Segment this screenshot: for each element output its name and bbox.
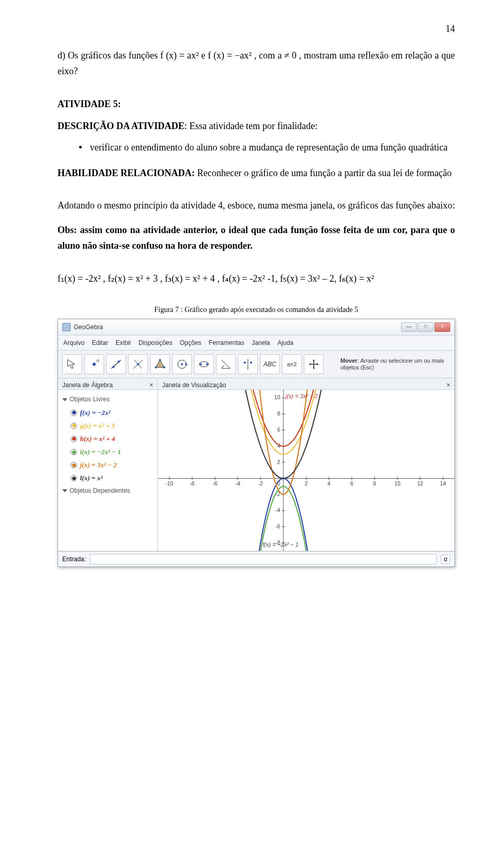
tool-angle[interactable] — [216, 354, 236, 374]
close-button[interactable]: × — [435, 322, 450, 332]
desc-rest: : Essa atividade tem por finalidade: — [185, 121, 317, 131]
plot-hover-label: f(x) = −2x² − 1 — [263, 540, 299, 550]
svg-text:6: 6 — [350, 481, 353, 487]
tool-move[interactable] — [62, 354, 82, 374]
tool-ellipse[interactable] — [194, 354, 214, 374]
menu-ferramentas[interactable]: Ferramentas — [209, 338, 244, 348]
entrada-input[interactable] — [90, 554, 437, 564]
algebra-object[interactable]: i(x) = −2x² − 1 — [62, 446, 154, 458]
algebra-object[interactable]: f(x) = −2x² — [62, 407, 154, 419]
graphics-pane-title: Janela de Visualização × — [158, 378, 454, 390]
menu-disposicoes[interactable]: Disposições — [139, 338, 173, 348]
svg-point-9 — [159, 359, 161, 361]
algebra-object[interactable]: j(x) = 3x² − 2 — [62, 459, 154, 471]
pane-close-icon[interactable]: × — [447, 380, 450, 390]
input-help-icon[interactable]: α — [441, 554, 450, 564]
svg-text:12: 12 — [417, 481, 424, 487]
tool-circle[interactable] — [172, 354, 192, 374]
menu-exibir[interactable]: Exibir — [116, 338, 131, 348]
menubar: Arquivo Editar Exibir Disposições Opções… — [58, 335, 454, 351]
habil-label: HABILIDADE RELACIONADA: — [58, 168, 195, 178]
desc-label: DESCRIÇÃO DA ATIVIDADE — [58, 121, 185, 131]
svg-text:-6: -6 — [276, 524, 280, 529]
obj-dep-section[interactable]: Objetos Dependentes — [62, 485, 154, 496]
algebra-pane-title: Janela de Álgebra × — [58, 378, 157, 390]
minimize-button[interactable]: — — [401, 322, 417, 332]
bullet-text: verificar o entendimento do aluno sobre … — [90, 140, 448, 156]
svg-text:-4: -4 — [276, 507, 280, 513]
svg-point-11 — [163, 366, 165, 368]
menu-janela[interactable]: Janela — [252, 338, 270, 348]
svg-point-16 — [200, 363, 202, 365]
svg-text:2: 2 — [277, 459, 280, 465]
svg-text:A: A — [96, 358, 99, 363]
algebra-object[interactable]: h(x) = x² + 4 — [62, 433, 154, 445]
tool-point[interactable]: A — [84, 354, 104, 374]
algebra-pane: Janela de Álgebra × Objetos Livres f(x) … — [58, 378, 158, 551]
svg-text:2: 2 — [305, 481, 308, 487]
svg-point-7 — [137, 363, 139, 365]
svg-point-17 — [206, 363, 208, 365]
obj-livres-section[interactable]: Objetos Livres — [62, 394, 154, 404]
tool-help-title: Mover — [340, 357, 357, 364]
maximize-button[interactable]: □ — [418, 322, 433, 332]
abc-label: ABC — [264, 359, 277, 369]
geogebra-window: GeoGebra — □ × Arquivo Editar Exibir Dis… — [58, 319, 455, 567]
bullet-icon: • — [78, 142, 83, 153]
algebra-object[interactable]: g(x) = x² + 3 — [62, 420, 154, 432]
svg-text:-6: -6 — [213, 481, 218, 487]
app-icon — [62, 323, 71, 331]
titlebar: GeoGebra — □ × — [58, 319, 454, 335]
adotando-text: Adotando o mesmo princípio da atividade … — [58, 198, 455, 214]
svg-text:6: 6 — [277, 427, 280, 433]
svg-text:-10: -10 — [165, 481, 173, 487]
page-number: 14 — [58, 21, 455, 37]
window-title: GeoGebra — [74, 322, 103, 332]
tool-text[interactable]: ABC — [260, 354, 280, 374]
svg-text:-4: -4 — [235, 481, 240, 487]
svg-text:8: 8 — [277, 411, 280, 417]
svg-text:8: 8 — [373, 481, 376, 487]
svg-point-0 — [93, 363, 96, 366]
figure-caption: Figura 7 : Gráfico gerado após executado… — [58, 304, 455, 316]
svg-point-4 — [118, 361, 120, 363]
plot-hover-label: j(x) = 3x² − 2 — [286, 391, 318, 401]
graphics-pane: Janela de Visualização × -10-8-6-4-22468… — [158, 378, 454, 551]
tool-reflect[interactable] — [238, 354, 258, 374]
activity-heading: ATIVIDADE 5: — [58, 96, 455, 112]
tool-movevista[interactable] — [304, 354, 324, 374]
plot-svg: -10-8-6-4-22468101214-8-6-4-22468100 — [158, 390, 454, 551]
tool-slider[interactable]: a=2 — [282, 354, 302, 374]
menu-ajuda[interactable]: Ajuda — [278, 338, 294, 348]
menu-editar[interactable]: Editar — [92, 338, 108, 348]
menu-arquivo[interactable]: Arquivo — [63, 338, 85, 348]
disclosure-icon — [62, 489, 67, 492]
svg-text:-8: -8 — [190, 481, 195, 487]
entrada-label: Entrada: — [62, 554, 86, 564]
svg-text:-2: -2 — [258, 481, 263, 487]
tool-perp[interactable] — [128, 354, 148, 374]
obs-text: Obs: assim como na atividade anterior, o… — [58, 222, 455, 254]
svg-marker-8 — [156, 360, 164, 367]
pane-close-icon[interactable]: × — [150, 380, 153, 390]
svg-text:4: 4 — [327, 481, 330, 487]
svg-point-3 — [112, 366, 115, 368]
functions-line: f₁(x) = -2x² , f₂(x) = x² + 3 , f₃(x) = … — [58, 271, 455, 287]
svg-text:10: 10 — [394, 481, 401, 487]
tool-line[interactable] — [106, 354, 126, 374]
plot-area[interactable]: -10-8-6-4-22468101214-8-6-4-22468100 j(x… — [158, 390, 454, 551]
tool-polygon[interactable] — [150, 354, 170, 374]
algebra-object[interactable]: l(x) = x² — [62, 472, 154, 484]
svg-point-20 — [250, 362, 252, 364]
statusbar: Entrada: α — [58, 551, 454, 566]
tool-help-box: Mover: Arraste ou selecione um ou mais o… — [340, 357, 450, 372]
svg-point-13 — [181, 363, 183, 365]
disclosure-icon — [62, 398, 67, 401]
question-d: d) Os gráficos das funções f (x) = ax² e… — [58, 48, 455, 79]
menu-opcoes[interactable]: Opções — [180, 338, 201, 348]
bullet-item: • verificar o entendimento do aluno sobr… — [78, 140, 455, 156]
svg-point-14 — [185, 363, 187, 365]
svg-point-19 — [244, 362, 246, 364]
slider-label: a=2 — [287, 360, 297, 369]
svg-point-10 — [155, 366, 157, 368]
